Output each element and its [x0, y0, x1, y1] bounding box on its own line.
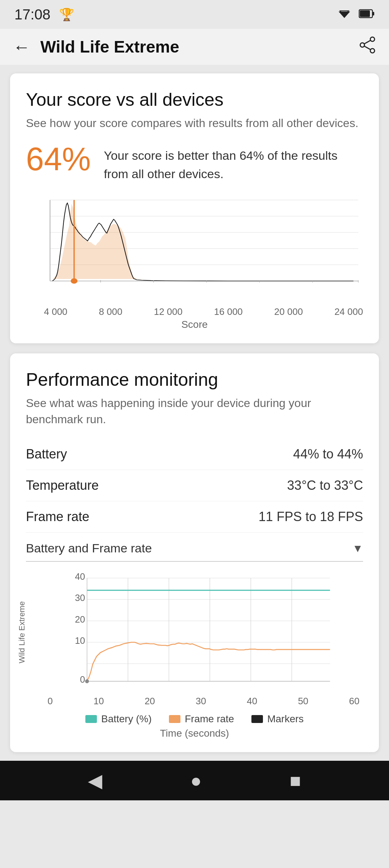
legend-framerate: Frame rate	[169, 713, 234, 725]
score-x-title: Score	[26, 319, 363, 330]
svg-text:40: 40	[75, 571, 85, 582]
status-bar: 17:08 🏆	[0, 0, 389, 29]
status-time: 17:08	[14, 6, 50, 23]
legend-markers-label: Markers	[267, 713, 304, 725]
chart-x-title: Time (seconds)	[26, 728, 363, 739]
content-area: Your score vs all devices See how your s…	[0, 65, 389, 761]
svg-text:30: 30	[75, 593, 85, 603]
nav-back-button[interactable]: ◀	[88, 770, 102, 791]
svg-rect-4	[360, 10, 370, 17]
legend-markers-swatch	[251, 715, 263, 723]
nav-bar: ◀ ● ■	[0, 761, 389, 800]
score-card: Your score vs all devices See how your s…	[10, 73, 379, 343]
chart-legend: Battery (%) Frame rate Markers	[26, 713, 363, 725]
score-card-subtitle: See how your score compares with results…	[26, 115, 363, 131]
svg-point-7	[370, 49, 375, 53]
status-icons	[336, 7, 375, 22]
perf-battery-row: Battery 44% to 44%	[26, 439, 363, 470]
legend-battery-swatch	[85, 715, 97, 723]
perf-temp-label: Temperature	[26, 478, 99, 493]
chart-y-rotated-label: Wild Life Extreme	[17, 601, 27, 663]
legend-battery: Battery (%)	[85, 713, 152, 725]
score-card-title: Your score vs all devices	[26, 89, 363, 110]
svg-text:10: 10	[75, 636, 85, 646]
perf-card-subtitle: See what was happening inside your devic…	[26, 395, 363, 428]
performance-card: Performance monitoring See what was happ…	[10, 353, 379, 752]
chevron-down-icon: ▼	[352, 542, 363, 555]
chart-dropdown[interactable]: Battery and Frame rate ▼	[26, 541, 363, 562]
svg-line-9	[364, 46, 371, 50]
perf-card-title: Performance monitoring	[26, 369, 363, 390]
svg-rect-3	[372, 12, 374, 15]
legend-framerate-label: Frame rate	[185, 713, 234, 725]
svg-text:0: 0	[80, 675, 85, 685]
wifi-icon	[336, 7, 352, 22]
score-description: Your score is better than 64% of the res…	[104, 143, 363, 183]
perf-temp-value: 33°C to 33°C	[287, 478, 363, 493]
legend-framerate-swatch	[169, 715, 180, 723]
score-distribution-chart	[26, 196, 363, 304]
top-bar: ← Wild Life Extreme	[0, 29, 389, 65]
svg-point-6	[360, 43, 365, 47]
battery-icon	[359, 9, 375, 20]
score-percent: 64%	[26, 143, 91, 175]
perf-battery-value: 44% to 44%	[293, 447, 363, 462]
share-button[interactable]	[359, 36, 376, 57]
score-section: 64% Your score is better than 64% of the…	[26, 143, 363, 183]
back-button[interactable]: ←	[13, 37, 30, 57]
performance-chart: Wild Life Extreme 40 30 20 10 0	[26, 570, 363, 739]
svg-text:20: 20	[75, 614, 85, 624]
svg-point-19	[71, 278, 77, 284]
trophy-icon: 🏆	[59, 7, 74, 22]
dropdown-label: Battery and Frame rate	[26, 541, 152, 555]
chart-x-labels: 0 10 20 30 40 50 60	[26, 694, 359, 707]
perf-framerate-value: 11 FPS to 18 FPS	[259, 509, 363, 524]
perf-temp-row: Temperature 33°C to 33°C	[26, 470, 363, 501]
svg-point-46	[85, 679, 89, 683]
perf-framerate-label: Frame rate	[26, 509, 89, 524]
nav-recent-button[interactable]: ■	[290, 770, 301, 791]
legend-markers: Markers	[251, 713, 304, 725]
svg-point-5	[370, 37, 375, 41]
svg-line-8	[364, 40, 371, 44]
nav-home-button[interactable]: ●	[191, 770, 202, 791]
perf-battery-label: Battery	[26, 447, 67, 462]
perf-framerate-row: Frame rate 11 FPS to 18 FPS	[26, 501, 363, 533]
legend-battery-label: Battery (%)	[101, 713, 152, 725]
score-x-labels: 4 000 8 000 12 000 16 000 20 000 24 000	[26, 304, 363, 317]
page-title: Wild Life Extreme	[40, 37, 179, 56]
